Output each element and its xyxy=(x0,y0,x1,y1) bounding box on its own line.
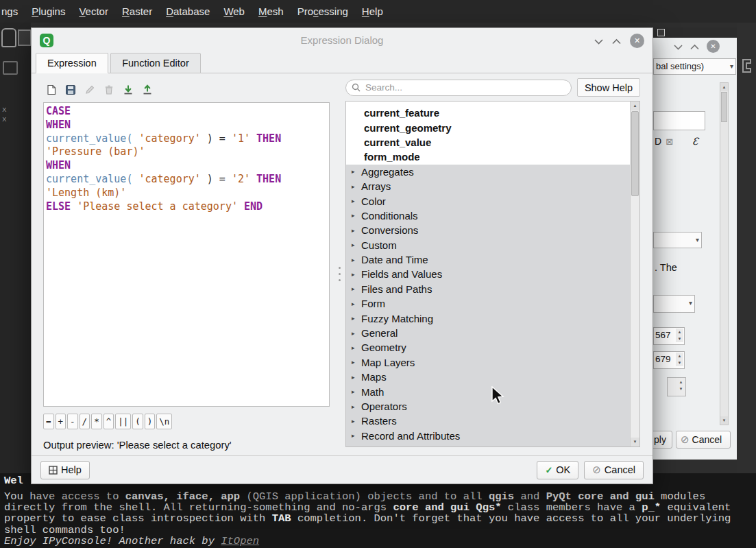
operator-button[interactable]: ( xyxy=(132,414,143,429)
console-line: property to ease class introspection wit… xyxy=(4,513,756,524)
import-expressions-button[interactable] xyxy=(120,82,136,98)
function-group[interactable]: ▸Maps xyxy=(346,370,631,384)
code-line: current_value( 'category' ) = '2' THEN xyxy=(46,173,329,187)
menu-item-plugins[interactable]: Plugins xyxy=(25,0,72,23)
menu-item-vector[interactable]: Vector xyxy=(72,0,115,23)
dropdown-caret-icon: ▾ xyxy=(730,59,733,73)
edit-expression-button[interactable] xyxy=(82,82,98,98)
chevron-up-icon[interactable] xyxy=(690,40,699,53)
menu-item-help[interactable]: Help xyxy=(355,0,390,23)
coordinate-spinbox[interactable]: 567 ▲▼ xyxy=(653,327,685,345)
background-titlebar xyxy=(653,27,737,38)
function-item[interactable]: current_geometry xyxy=(346,120,631,134)
function-group[interactable]: ▸Arrays xyxy=(346,179,631,193)
new-expression-button[interactable] xyxy=(43,82,60,98)
function-group[interactable]: ▸Custom xyxy=(346,238,631,252)
coordinate-spinbox[interactable]: 679 ▲▼ xyxy=(653,351,685,369)
spinbox-arrows[interactable]: ▲▼ xyxy=(667,377,686,396)
function-group[interactable]: ▸Conditionals xyxy=(346,209,631,223)
background-combo[interactable]: ▾ xyxy=(653,232,702,248)
output-preview-label: Output preview: xyxy=(43,440,117,451)
background-text-field[interactable] xyxy=(653,111,705,130)
scroll-thumb[interactable] xyxy=(631,111,639,196)
operator-button[interactable]: || xyxy=(115,414,131,429)
search-input[interactable] xyxy=(364,82,565,93)
background-combo[interactable]: ▾ xyxy=(653,295,695,313)
tab-expression[interactable]: Expression xyxy=(36,53,108,73)
function-item[interactable]: form_mode xyxy=(346,150,631,164)
console-lines: You have access to canvas, iface, app (Q… xyxy=(4,491,756,547)
cancel-icon: ⊘ xyxy=(592,464,601,476)
background-left-toolbar: x x xyxy=(0,23,31,473)
delete-expression-button[interactable] xyxy=(101,82,117,98)
splitter-handle[interactable] xyxy=(337,260,341,287)
operator-button[interactable]: - xyxy=(67,414,78,429)
tab-function-editor[interactable]: Function Editor xyxy=(110,53,201,73)
scroll-up-icon[interactable]: ▲ xyxy=(720,83,728,91)
function-group[interactable]: ▸Math xyxy=(346,384,631,398)
function-group[interactable]: ▸Conversions xyxy=(346,223,631,237)
chevron-up-icon xyxy=(612,38,621,45)
menu-item-web[interactable]: Web xyxy=(217,0,252,23)
expand-icon: ▸ xyxy=(352,403,361,410)
background-scrollbar[interactable]: ▲ ▼ xyxy=(720,82,729,425)
dialog-titlebar[interactable]: Q Expression Dialog ✕ xyxy=(32,28,653,53)
cancel-button[interactable]: ⊘ Cancel xyxy=(584,461,644,479)
operator-button[interactable]: \n xyxy=(156,414,172,429)
expand-icon: ▸ xyxy=(352,271,361,278)
function-group[interactable]: ▸Map Layers xyxy=(346,355,631,370)
function-item[interactable]: current_value xyxy=(346,135,631,150)
scroll-thumb[interactable] xyxy=(721,92,727,122)
global-settings-dropdown[interactable]: bal settings) ▾ xyxy=(653,58,736,75)
function-group[interactable]: ▸Form xyxy=(346,296,631,311)
export-arrow-icon xyxy=(142,84,153,95)
function-group[interactable]: ▸Color xyxy=(346,193,631,208)
function-group[interactable]: ▸Rasters xyxy=(346,414,631,428)
function-group[interactable]: ▸String xyxy=(346,443,631,446)
function-group[interactable]: ▸Files and Paths xyxy=(346,282,631,296)
scroll-up-button[interactable]: ▲ xyxy=(631,102,639,110)
save-expression-button[interactable] xyxy=(62,82,79,98)
operator-button[interactable]: ) xyxy=(145,414,156,429)
code-line: current_value( 'category' ) = '1' THEN xyxy=(46,132,329,146)
export-expressions-button[interactable] xyxy=(139,82,156,98)
show-help-button[interactable]: Show Help xyxy=(577,78,640,97)
function-group[interactable]: ▸Record and Attributes xyxy=(346,429,631,443)
menu-item-database[interactable]: Database xyxy=(159,0,217,23)
menu-item-ngs[interactable]: ngs xyxy=(0,0,25,23)
function-group[interactable]: ▸General xyxy=(346,326,631,340)
clear-field-icon[interactable]: ⊠ xyxy=(666,136,673,147)
operator-buttons: =+-/*^||()\n xyxy=(43,414,172,429)
close-icon[interactable]: ✕ xyxy=(707,40,720,53)
function-group[interactable]: ▸Operators xyxy=(346,399,631,414)
function-list-scrollbar[interactable]: ▲ ▼ xyxy=(630,102,639,446)
function-group[interactable]: ▸Fuzzy Matching xyxy=(346,311,631,325)
function-group[interactable]: ▸Date and Time xyxy=(346,252,631,267)
function-group[interactable]: ▸Fields and Values xyxy=(346,267,631,281)
close-button[interactable]: ✕ xyxy=(630,34,644,48)
background-cancel-button[interactable]: ⊘ Cancel xyxy=(676,431,731,449)
menu-item-processing[interactable]: Processing xyxy=(291,0,355,23)
scroll-down-icon[interactable]: ▼ xyxy=(720,416,728,425)
unshade-button[interactable] xyxy=(612,35,621,47)
function-item[interactable]: current_feature xyxy=(346,106,631,120)
operator-button[interactable]: = xyxy=(43,414,54,429)
menu-item-mesh[interactable]: Mesh xyxy=(252,0,291,23)
operator-button[interactable]: + xyxy=(56,414,66,429)
shade-button[interactable] xyxy=(594,35,603,47)
expand-icon: ▸ xyxy=(352,432,361,439)
function-list-panel: current_featurecurrent_geometrycurrent_v… xyxy=(345,101,640,447)
ok-button[interactable]: ✓ OK xyxy=(537,461,578,479)
dialog-content: CASEWHENcurrent_value( 'category' ) = '1… xyxy=(32,73,653,455)
apply-button[interactable]: ply xyxy=(653,431,672,449)
expression-editor[interactable]: CASEWHENcurrent_value( 'category' ) = '1… xyxy=(43,102,330,407)
function-group[interactable]: ▸Geometry xyxy=(346,340,631,355)
help-button[interactable]: Help xyxy=(40,461,90,479)
function-group[interactable]: ▸Aggregates xyxy=(346,165,631,179)
operator-button[interactable]: * xyxy=(91,414,102,429)
operator-button[interactable]: ^ xyxy=(103,414,114,429)
chevron-down-icon[interactable] xyxy=(674,40,683,53)
menu-item-raster[interactable]: Raster xyxy=(115,0,159,23)
scroll-down-button[interactable]: ▼ xyxy=(631,438,639,446)
operator-button[interactable]: / xyxy=(80,414,90,429)
